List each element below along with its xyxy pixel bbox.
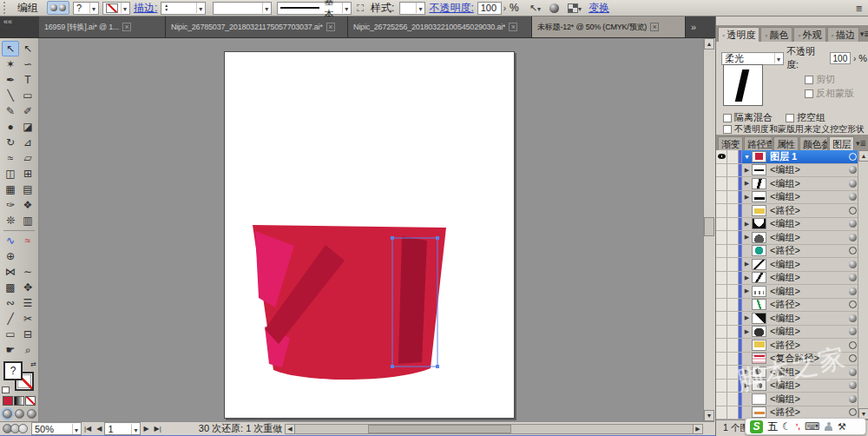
layer-row[interactable]: <编组> — [716, 218, 868, 232]
default-fill-stroke-icon[interactable] — [2, 386, 10, 393]
layer-thumbnail[interactable] — [752, 164, 766, 175]
layer-label[interactable]: <编组> — [770, 217, 846, 230]
rotate-tool[interactable]: ↻ — [2, 135, 19, 150]
zigzag-tool[interactable]: ∿ — [2, 233, 19, 248]
keyboard-icon[interactable] — [805, 420, 819, 433]
panel-tab[interactable]: 描边 — [827, 27, 859, 42]
layer-thumbnail[interactable] — [752, 272, 766, 283]
layer-label[interactable]: <编组> — [770, 285, 846, 298]
visibility-toggle[interactable] — [716, 339, 727, 352]
symbol-sprayer-tool[interactable]: ❊ — [2, 213, 19, 228]
selection-handle[interactable] — [391, 365, 394, 368]
lasso-tool[interactable]: ∽ — [19, 56, 36, 72]
brush-definition-select[interactable]: 基本 — [277, 2, 352, 15]
lock-toggle[interactable] — [727, 164, 739, 177]
live-paint-bucket-tool[interactable]: ⊕ — [2, 248, 19, 264]
target-circle-icon[interactable] — [849, 381, 857, 389]
expand-arrow-icon[interactable] — [742, 382, 752, 389]
stroke-panel-link[interactable]: 描边: — [134, 1, 157, 16]
target-circle-icon[interactable] — [849, 274, 857, 281]
layer-row[interactable]: <编组> — [716, 258, 868, 272]
lock-toggle[interactable] — [727, 353, 739, 366]
scroll-up-icon[interactable] — [704, 38, 714, 50]
visibility-toggle[interactable] — [716, 406, 727, 419]
layer-row[interactable]: <路径> — [716, 204, 868, 218]
pencil-tool[interactable]: ✐ — [19, 103, 36, 119]
eraser-tool[interactable]: ◪ — [19, 119, 36, 135]
selection-handle[interactable] — [436, 365, 439, 368]
screen-mode-menu-icon[interactable] — [15, 409, 24, 419]
layer-label[interactable]: <编组> — [770, 312, 846, 325]
expand-arrow-icon[interactable] — [742, 328, 752, 335]
perspective-grid-tool[interactable]: ⊞ — [19, 166, 36, 182]
document-tab[interactable]: Nipic_26725256_20180322100545029030.ai* — [348, 17, 532, 37]
target-circle-icon[interactable] — [849, 354, 857, 362]
artboard[interactable] — [224, 51, 515, 419]
lock-toggle[interactable] — [727, 150, 739, 163]
fill-style-select[interactable]: ? — [73, 2, 99, 15]
lock-toggle[interactable] — [727, 393, 739, 406]
layer-thumbnail[interactable] — [752, 393, 766, 405]
transform-panel-link[interactable]: 变换 — [589, 1, 609, 16]
layer-thumbnail[interactable] — [752, 353, 766, 364]
expand-arrow-icon[interactable] — [742, 194, 752, 201]
lock-toggle[interactable] — [727, 285, 739, 298]
visibility-toggle[interactable] — [716, 231, 727, 244]
layer-label[interactable]: 图层 1 — [770, 150, 846, 163]
selection-handle[interactable] — [391, 236, 394, 240]
visibility-toggle[interactable] — [716, 380, 727, 393]
expand-arrow-icon[interactable] — [742, 167, 752, 174]
layer-label[interactable]: <路径> — [770, 244, 846, 257]
selection-handle[interactable] — [436, 236, 439, 240]
scale-tool[interactable]: ⊿ — [19, 135, 36, 150]
visibility-toggle[interactable] — [716, 326, 727, 339]
opacity-input[interactable]: 100 — [477, 2, 502, 15]
lock-toggle[interactable] — [727, 339, 739, 352]
magic-wand-tool[interactable]: ✶ — [2, 56, 19, 72]
layer-label[interactable]: <路径> — [770, 339, 846, 352]
lock-toggle[interactable] — [727, 366, 739, 379]
lock-toggle[interactable] — [727, 245, 739, 258]
layer-thumbnail[interactable] — [752, 178, 766, 189]
knockout-group-checkbox[interactable] — [786, 114, 794, 122]
document-tab[interactable]: 未标题-12* @ 50% (CMYK/预览) — [532, 17, 686, 37]
dock-menu-icon[interactable] — [856, 2, 863, 14]
lock-toggle[interactable] — [727, 231, 739, 244]
visibility-toggle[interactable] — [716, 353, 727, 366]
scroll-up-icon[interactable] — [858, 150, 868, 162]
layer-row[interactable]: <编组> — [716, 164, 868, 178]
ime-mode-label[interactable]: 五 — [767, 419, 778, 434]
layer-label[interactable]: <编组> — [770, 271, 846, 284]
panel-menu-icon[interactable] — [860, 30, 868, 38]
tab-close-icon[interactable] — [122, 23, 131, 31]
opacity-stepper-icon[interactable]: › — [502, 2, 508, 15]
opacity-panel-link[interactable]: 不透明度: — [429, 1, 473, 16]
document-tab[interactable]: Nipic_26785037_20180321175057703037.ai* — [166, 17, 348, 37]
layer-thumbnail[interactable] — [752, 218, 766, 229]
layer-thumbnail[interactable] — [752, 259, 766, 270]
vertical-scrollbar[interactable] — [703, 38, 714, 421]
layer-row[interactable]: <编组> — [716, 326, 868, 340]
layer-thumbnail[interactable] — [752, 406, 766, 418]
layer-row[interactable]: <编组> — [716, 231, 868, 245]
zoom-level-select[interactable]: 50% — [31, 422, 82, 435]
target-circle-icon[interactable] — [849, 261, 857, 268]
layer-label[interactable]: <编组> — [770, 231, 846, 244]
type-tool[interactable]: T — [19, 72, 36, 88]
panel-opacity-input[interactable]: 100 — [830, 52, 851, 64]
status-circle-icons[interactable] — [3, 424, 26, 433]
lock-toggle[interactable] — [727, 312, 739, 325]
target-circle-icon[interactable] — [849, 220, 857, 228]
layer-label[interactable]: <编组> — [770, 177, 846, 190]
layer-label[interactable]: <路径> — [770, 406, 846, 419]
layer-thumbnail[interactable] — [752, 205, 766, 216]
scroll-right-icon[interactable] — [693, 425, 702, 433]
visibility-toggle[interactable] — [716, 177, 727, 190]
visibility-toggle[interactable] — [716, 245, 727, 258]
panel-tab[interactable]: 图层 — [829, 136, 854, 151]
stepper-icon[interactable] — [164, 3, 168, 12]
target-circle-icon[interactable] — [849, 287, 857, 295]
visibility-toggle[interactable] — [716, 150, 727, 163]
layer-row[interactable]: <路径> — [716, 339, 868, 353]
expand-arrow-icon[interactable] — [742, 180, 752, 187]
